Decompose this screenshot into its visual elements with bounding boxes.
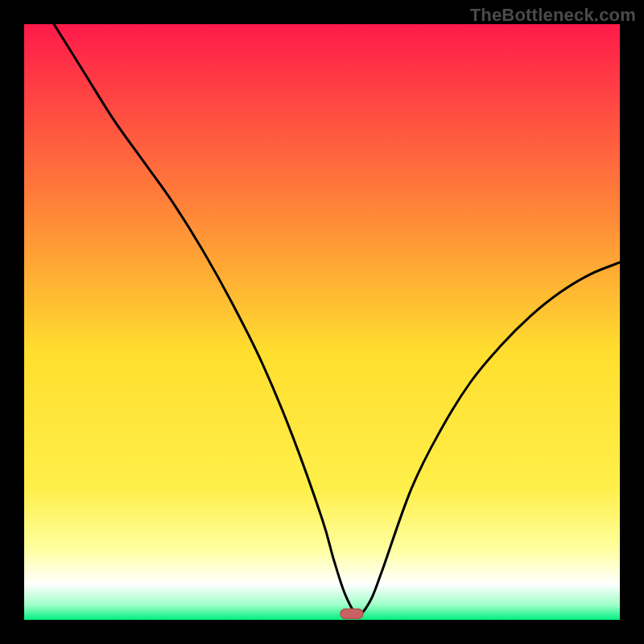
attribution-text: TheBottleneck.com: [470, 5, 636, 26]
bottleneck-curve: [54, 24, 620, 614]
curve-layer: [24, 24, 620, 620]
chart-frame: TheBottleneck.com: [0, 0, 644, 644]
plot-area: [24, 24, 620, 620]
optimum-marker: [341, 609, 363, 619]
